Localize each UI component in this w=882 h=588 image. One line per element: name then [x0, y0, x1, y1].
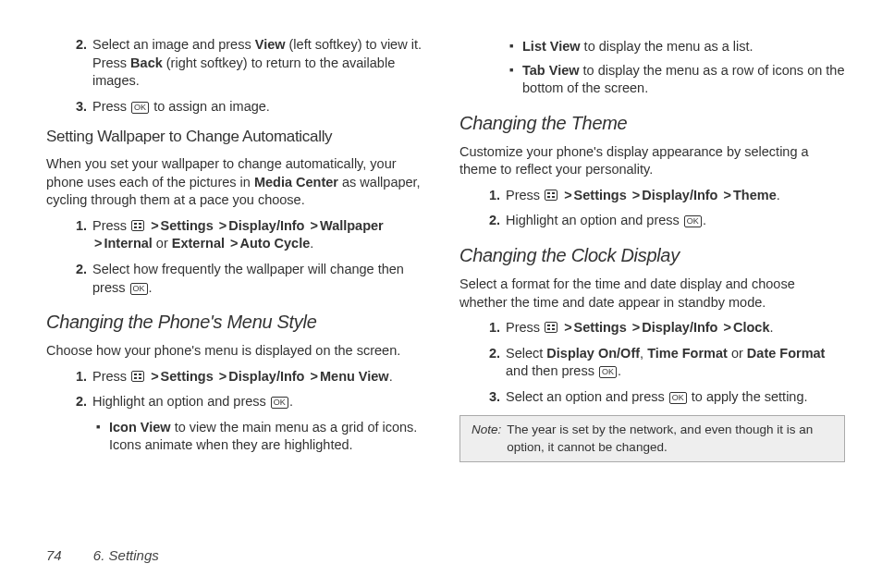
steps-list: Press >Settings >Display/Info >Menu View…: [46, 368, 432, 411]
section-title: 6. Settings: [93, 547, 159, 563]
chevron-right-icon: >: [219, 369, 227, 384]
heading-clock: Changing the Clock Display: [459, 243, 845, 268]
steps-list: Press >Settings >Display/Info >Clock. Se…: [459, 319, 845, 406]
menu-key-icon: [131, 371, 144, 382]
list-item: Press >Settings >Display/Info >Clock.: [504, 319, 845, 337]
left-column: Select an image and press View (left sof…: [46, 32, 432, 533]
heading-theme: Changing the Theme: [459, 111, 845, 136]
list-item: Icon View to view the main menu as a gri…: [100, 419, 432, 455]
note-label: Note:: [472, 422, 501, 455]
chevron-right-icon: >: [311, 218, 318, 233]
sub-list: Icon View to view the main menu as a gri…: [46, 419, 432, 455]
ok-key-icon: OK: [271, 397, 288, 409]
list-item: List View to display the menu as a list.: [513, 38, 845, 56]
note-box: Note: The year is set by the network, an…: [459, 415, 845, 461]
chevron-right-icon: >: [94, 236, 102, 251]
list-item: Press >Settings >Display/Info >Menu View…: [91, 368, 432, 386]
note-text: The year is set by the network, and even…: [507, 422, 835, 455]
chevron-right-icon: >: [724, 188, 731, 202]
list-item: Press OK to assign an image.: [91, 98, 432, 116]
chevron-right-icon: >: [311, 369, 318, 384]
page-footer: 74 6. Settings: [46, 546, 845, 565]
page-columns: Select an image and press View (left sof…: [46, 32, 845, 533]
heading-menu-style: Changing the Phone's Menu Style: [46, 310, 432, 335]
chevron-right-icon: >: [564, 320, 571, 335]
sub-list: List View to display the menu as a list.…: [459, 38, 845, 98]
menu-key-icon: [131, 220, 144, 231]
chevron-right-icon: >: [151, 218, 158, 233]
paragraph: Customize your phone's display appearanc…: [459, 143, 845, 179]
chevron-right-icon: >: [724, 320, 731, 335]
list-item: Press >Settings >Display/Info >Wallpaper…: [91, 217, 432, 253]
chevron-right-icon: >: [632, 320, 640, 335]
list-item: Select an option and press OK to apply t…: [504, 388, 845, 407]
chevron-right-icon: >: [219, 218, 227, 233]
list-item: Press >Settings >Display/Info >Theme.: [504, 187, 845, 205]
steps-list: Press >Settings >Display/Info >Wallpaper…: [46, 217, 432, 297]
steps-list: Press >Settings >Display/Info >Theme. Hi…: [459, 187, 845, 230]
list-item: Select an image and press View (left sof…: [91, 36, 432, 91]
subheading-wallpaper-auto: Setting Wallpaper to Change Automaticall…: [46, 127, 432, 148]
list-item: Tab View to display the menu as a row of…: [513, 62, 845, 98]
list-item: Highlight an option and press OK.: [504, 212, 845, 230]
ok-key-icon: OK: [684, 215, 702, 227]
chevron-right-icon: >: [632, 188, 640, 202]
paragraph: Choose how your phone's menu is displaye…: [46, 342, 432, 361]
page-number: 74: [46, 547, 62, 563]
list-item: Select Display On/Off, Time Format or Da…: [504, 345, 845, 381]
paragraph: When you set your wallpaper to change au…: [46, 155, 432, 210]
menu-key-icon: [545, 322, 557, 333]
ok-key-icon: OK: [131, 102, 149, 114]
ok-key-icon: OK: [130, 283, 148, 295]
paragraph: Select a format for the time and date di…: [459, 276, 845, 312]
list-item: Select how frequently the wallpaper will…: [91, 261, 432, 297]
menu-key-icon: [545, 190, 557, 201]
right-column: List View to display the menu as a list.…: [459, 32, 845, 533]
continued-steps-list: Select an image and press View (left sof…: [46, 36, 432, 116]
chevron-right-icon: >: [230, 236, 238, 251]
ok-key-icon: OK: [599, 366, 617, 378]
ok-key-icon: OK: [669, 392, 687, 404]
chevron-right-icon: >: [564, 188, 571, 202]
chevron-right-icon: >: [151, 369, 158, 384]
list-item: Highlight an option and press OK.: [91, 393, 432, 411]
